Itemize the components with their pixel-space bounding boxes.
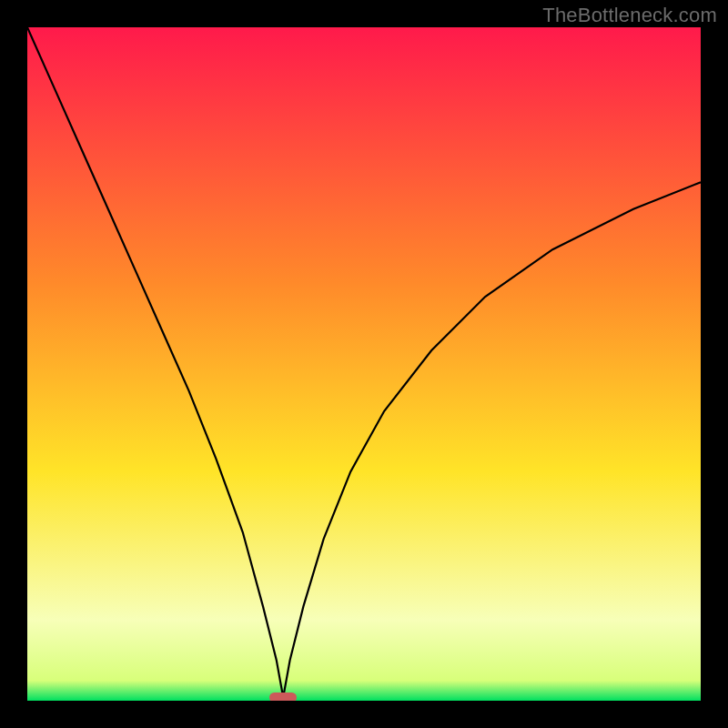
bottleneck-marker xyxy=(269,693,297,701)
bottleneck-curve xyxy=(27,27,701,701)
plot-area xyxy=(27,27,701,701)
attribution-text: TheBottleneck.com xyxy=(542,4,717,27)
chart-frame: TheBottleneck.com xyxy=(0,0,728,728)
